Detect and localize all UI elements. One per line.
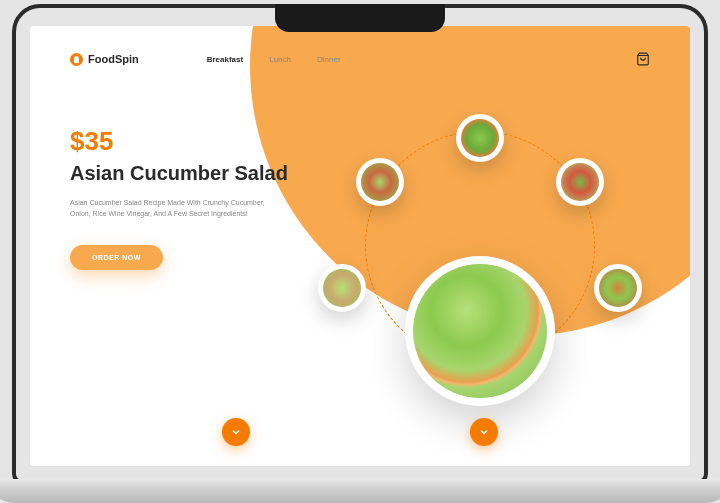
dish-thumbnail-3[interactable] — [556, 158, 604, 206]
dish-thumbnail-4[interactable] — [318, 264, 366, 312]
next-button[interactable] — [470, 418, 498, 446]
product-price: $35 — [70, 126, 290, 157]
brand-name: FoodSpin — [88, 53, 139, 65]
device-base — [0, 479, 720, 503]
product-panel: $35 Asian Cucumber Salad Asian Cucumber … — [30, 66, 290, 270]
brand-logo[interactable]: FoodSpin — [70, 53, 139, 66]
cart-icon[interactable] — [636, 52, 650, 66]
dish-main — [405, 256, 555, 406]
header: FoodSpin Breakfast Lunch Dinner — [30, 26, 690, 66]
nav-item-dinner[interactable]: Dinner — [317, 55, 341, 64]
dish-thumbnail-5[interactable] — [594, 264, 642, 312]
dish-thumbnail-2[interactable] — [356, 158, 404, 206]
flame-icon — [70, 53, 83, 66]
device-notch — [275, 4, 445, 32]
order-button[interactable]: ORDER NOW — [70, 245, 163, 270]
main-nav: Breakfast Lunch Dinner — [207, 55, 341, 64]
product-title: Asian Cucumber Salad — [70, 161, 290, 185]
nav-item-breakfast[interactable]: Breakfast — [207, 55, 243, 64]
dish-carousel — [340, 106, 620, 386]
carousel-controls — [30, 418, 690, 446]
product-description: Asian Cucumber Salad Recipe Made With Cr… — [70, 197, 280, 219]
prev-button[interactable] — [222, 418, 250, 446]
dish-thumbnail-1[interactable] — [456, 114, 504, 162]
nav-item-lunch[interactable]: Lunch — [269, 55, 291, 64]
